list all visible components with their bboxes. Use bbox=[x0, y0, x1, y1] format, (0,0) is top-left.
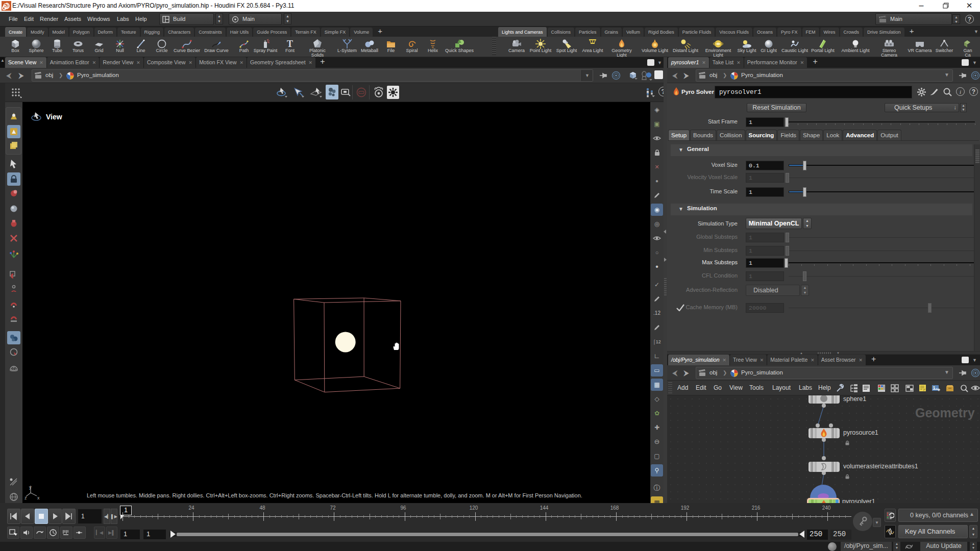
svg-text:z: z bbox=[24, 495, 27, 500]
svg-text:x: x bbox=[37, 495, 40, 500]
svg-text:y: y bbox=[29, 485, 32, 490]
svg-text:T: T bbox=[287, 39, 293, 49]
